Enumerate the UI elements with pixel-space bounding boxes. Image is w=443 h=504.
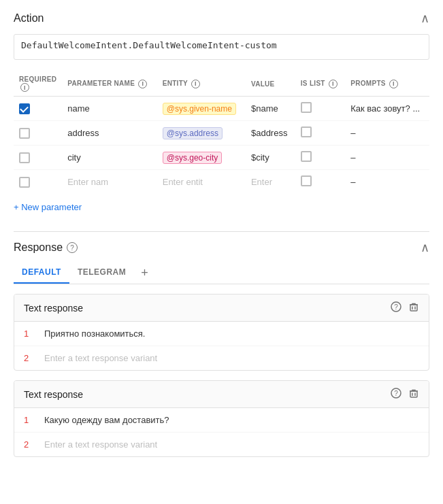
svg-text:?: ? [394,303,398,311]
is-list-cell[interactable] [295,121,345,146]
response-help-icon[interactable]: ? [67,242,78,253]
new-parameter-button[interactable]: + New parameter [14,202,82,212]
col-param-name: PARAMETER NAME i [62,71,157,97]
response-card-actions: ? [391,388,419,401]
add-tab-button[interactable]: + [134,263,155,283]
prompts-cell[interactable]: – [345,146,429,170]
entity-cell[interactable]: @sys.given-name [157,97,246,121]
col-is-list: IS LIST i [295,71,345,97]
response-card-header: Text response? [14,381,429,408]
response-row-text: Какую одежду вам доставить? [44,415,169,425]
table-row: Enter namEnter entitEnter– [14,170,429,195]
required-checkbox[interactable] [19,177,30,188]
is-list-checkbox[interactable] [301,102,312,113]
is-list-cell[interactable] [295,170,345,195]
response-row-text[interactable]: Enter a text response variant [44,439,157,450]
col-required: REQUIRED i [14,71,62,97]
table-row: address@sys.address$address– [14,121,429,146]
required-info-icon[interactable]: i [20,83,29,92]
prompts-cell[interactable]: – [345,170,429,195]
prompts-cell[interactable]: – [345,121,429,146]
param-name-info-icon[interactable]: i [138,80,147,88]
response-row: 2Enter a text response variant [14,433,429,456]
prompts-cell[interactable]: Как вас зовут? ... [345,97,429,121]
col-prompts: PROMPTS i [345,71,429,97]
parameters-table: REQUIRED i PARAMETER NAME i ENTITY i VAL… [14,71,429,194]
action-collapse-icon[interactable]: ∧ [421,11,429,26]
response-row: 1Приятно познакомиться. [14,322,429,346]
entity-info-icon[interactable]: i [191,80,200,88]
response-row-number: 1 [24,329,36,339]
svg-rect-8 [410,391,417,397]
is-list-cell[interactable] [295,146,345,170]
prompts-info-icon[interactable]: i [389,80,398,88]
card-delete-icon[interactable] [408,388,419,401]
svg-rect-2 [410,305,417,311]
table-row: city@sys.geo-city$city– [14,146,429,170]
response-card-header: Text response? [14,295,429,322]
is-list-checkbox[interactable] [301,151,312,162]
entity-tag: @sys.geo-city [163,152,223,164]
response-row-number: 2 [24,439,36,450]
param-name-cell[interactable]: name [62,97,157,121]
response-card-actions: ? [391,301,419,314]
response-card-title: Text response [24,389,83,400]
entity-cell[interactable]: Enter entit [157,170,246,195]
action-title: Action [14,12,44,24]
tab-default[interactable]: DEFAULT [14,262,69,284]
response-title: Response [14,241,63,254]
entity-tag: @sys.given-name [163,103,236,115]
response-cards: Text response?1Приятно познакомиться.2En… [14,294,429,457]
card-help-icon[interactable]: ? [391,301,401,314]
param-name-cell[interactable]: Enter nam [62,170,157,195]
response-collapse-icon[interactable]: ∧ [421,240,429,255]
response-row-number: 2 [24,353,36,363]
col-entity: ENTITY i [157,71,246,97]
required-checkbox[interactable] [19,128,30,139]
response-row-text[interactable]: Enter a text response variant [44,353,157,363]
response-card-title: Text response [24,303,83,314]
entity-cell[interactable]: @sys.address [157,121,246,146]
param-name-cell[interactable]: city [62,146,157,170]
entity-cell[interactable]: @sys.geo-city [157,146,246,170]
is-list-checkbox[interactable] [301,175,312,186]
response-tabs: DEFAULT TELEGRAM + [14,262,429,284]
response-card: Text response?1Какую одежду вам доставит… [14,380,429,457]
value-cell[interactable]: $name [246,97,295,121]
action-input[interactable]: DefaultWelcomeIntent.DefaultWelcomeInten… [14,34,429,60]
value-cell[interactable]: $address [246,121,295,146]
value-cell[interactable]: Enter [246,170,295,195]
table-row: name@sys.given-name$nameКак вас зовут? .… [14,97,429,121]
section-divider [14,231,429,232]
required-checkbox[interactable] [19,103,30,114]
param-name-cell[interactable]: address [62,121,157,146]
value-cell[interactable]: $city [246,146,295,170]
response-row: 1Какую одежду вам доставить? [14,408,429,433]
col-value: VALUE [246,71,295,97]
response-row-text: Приятно познакомиться. [44,329,145,339]
card-delete-icon[interactable] [408,301,419,314]
card-help-icon[interactable]: ? [391,388,401,401]
is-list-checkbox[interactable] [301,127,312,137]
is-list-cell[interactable] [295,97,345,121]
svg-text:?: ? [394,390,398,397]
entity-tag: @sys.address [163,127,223,139]
response-row-number: 1 [24,415,36,425]
response-card: Text response?1Приятно познакомиться.2En… [14,294,429,371]
is-list-info-icon[interactable]: i [329,80,338,88]
required-checkbox[interactable] [19,152,30,163]
tab-telegram[interactable]: TELEGRAM [69,262,134,284]
response-row: 2Enter a text response variant [14,346,429,370]
